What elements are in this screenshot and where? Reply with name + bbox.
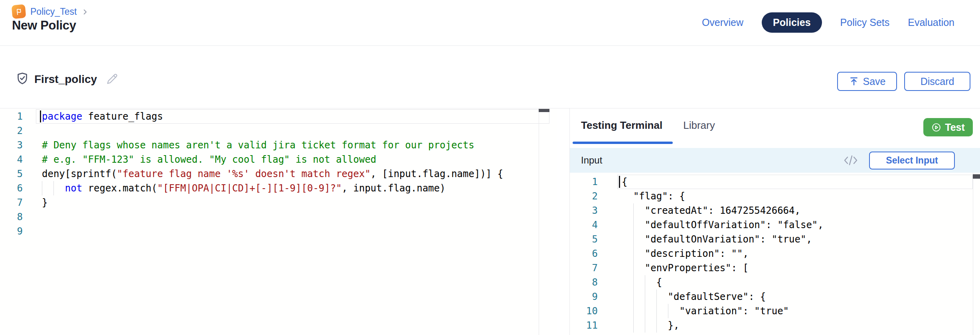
input-scrollbar-track[interactable] — [973, 173, 973, 335]
code-line: 4 "defaultOffVariation": "false", — [570, 218, 980, 232]
code-text: not regex.match("[FFM|OPA|CI|CD]+[-][1-9… — [42, 181, 445, 195]
input-header-bar: Input Select Input — [570, 148, 980, 173]
code-line: 7} — [0, 195, 557, 210]
code-text: "defaultOffVariation": "false", — [622, 218, 824, 232]
code-line: 5 "defaultOnVariation": "true", — [570, 232, 980, 246]
input-scrollbar-thumb[interactable] — [973, 174, 980, 179]
line-number: 3 — [570, 203, 598, 218]
input-json-lines: 1{2 "flag": {3 "createdAt": 164725542666… — [570, 175, 980, 333]
play-circle-icon — [931, 122, 941, 132]
save-button-label: Save — [863, 76, 886, 87]
line-number: 1 — [570, 175, 598, 189]
code-text: "createdAt": 1647255426664, — [622, 203, 800, 218]
panel-tab-library[interactable]: Library — [683, 119, 715, 132]
panel-tab-testing-terminal[interactable]: Testing Terminal — [581, 119, 662, 132]
code-text: } — [42, 195, 47, 210]
code-text: # Deny flags whose names aren't a valid … — [42, 138, 474, 152]
page-title: New Policy — [12, 18, 76, 33]
select-input-button[interactable]: Select Input — [869, 152, 955, 169]
code-line: 2 — [0, 124, 557, 138]
line-number: 6 — [570, 246, 598, 261]
feature-flags-module-icon — [12, 4, 26, 19]
code-text: deny[sprintf("feature flag name '%s' doe… — [42, 167, 503, 181]
code-line: 9 "defaultServe": { — [570, 290, 980, 304]
code-line: 11 }, — [570, 318, 980, 333]
code-line: 1package feature_flags — [0, 109, 557, 124]
code-text: "description": "", — [622, 246, 749, 261]
test-button-label: Test — [945, 122, 965, 133]
edit-pencil-icon[interactable] — [105, 72, 119, 87]
code-line: 8 — [0, 210, 557, 224]
code-text: "variation": "true" — [622, 304, 789, 318]
code-line: 10 "variation": "true" — [570, 304, 980, 318]
breadcrumb: Policy_Test — [12, 5, 89, 18]
testing-panel: Testing TerminalLibrary Test Input Selec… — [569, 108, 980, 335]
panel-tabs: Testing TerminalLibrary — [581, 119, 715, 132]
test-button[interactable]: Test — [923, 118, 973, 136]
upload-icon — [849, 76, 859, 87]
code-icon[interactable] — [843, 154, 859, 166]
line-number: 3 — [0, 138, 36, 152]
text-cursor — [619, 176, 620, 188]
code-line: 9 — [0, 224, 557, 238]
code-line: 6 not regex.match("[FFM|OPA|CI|CD]+[-][1… — [0, 181, 557, 195]
line-number: 7 — [570, 261, 598, 275]
code-text: # e.g. "FFM-123" is allowed. "My cool fl… — [42, 152, 376, 167]
policy-name: First_policy — [34, 73, 97, 86]
nav-tab-policy-sets[interactable]: Policy Sets — [840, 17, 890, 28]
code-line: 3# Deny flags whose names aren't a valid… — [0, 138, 557, 152]
input-json-editor[interactable]: 1{2 "flag": {3 "createdAt": 164725542666… — [570, 173, 980, 335]
line-number: 10 — [570, 304, 598, 318]
line-number: 9 — [570, 290, 598, 304]
nav-tab-policies[interactable]: Policies — [762, 12, 822, 33]
code-text: { — [622, 275, 662, 290]
line-number: 11 — [570, 318, 598, 333]
current-line-highlight — [617, 175, 973, 189]
line-number: 9 — [0, 224, 36, 238]
policy-editor-page: Policy_Test New Policy OverviewPoliciesP… — [0, 0, 980, 335]
code-line: 1{ — [570, 175, 980, 189]
rego-code-lines: 1package feature_flags23# Deny flags who… — [0, 109, 557, 238]
code-text: "envProperties": [ — [622, 261, 749, 275]
line-number: 1 — [0, 109, 36, 124]
breadcrumb-project-link[interactable]: Policy_Test — [30, 6, 77, 17]
text-cursor — [40, 110, 41, 122]
line-number: 4 — [0, 152, 36, 167]
code-line: 5deny[sprintf("feature flag name '%s' do… — [0, 167, 557, 181]
rego-scrollbar-thumb[interactable] — [539, 109, 549, 112]
rego-scrollbar-track[interactable] — [539, 108, 539, 335]
code-line: 7 "envProperties": [ — [570, 261, 980, 275]
input-label: Input — [581, 155, 602, 166]
shield-check-icon — [15, 71, 30, 87]
line-number: 2 — [570, 189, 598, 203]
code-text: "defaultServe": { — [622, 290, 766, 304]
code-line: 3 "createdAt": 1647255426664, — [570, 203, 980, 218]
module-nav-tabs: OverviewPoliciesPolicy SetsEvaluation — [702, 12, 954, 33]
line-number: 8 — [570, 275, 598, 290]
code-line: 8 { — [570, 275, 980, 290]
save-button[interactable]: Save — [837, 72, 897, 91]
code-text: "defaultOnVariation": "true", — [622, 232, 812, 246]
nav-tab-evaluation[interactable]: Evaluation — [908, 17, 954, 28]
line-number: 5 — [570, 232, 598, 246]
active-tab-underline — [573, 142, 673, 144]
discard-button-label: Discard — [921, 76, 954, 87]
code-text: }, — [622, 318, 680, 333]
line-number: 8 — [0, 210, 36, 224]
chevron-right-icon — [81, 8, 89, 16]
code-line: 2 "flag": { — [570, 189, 980, 203]
line-number: 7 — [0, 195, 36, 210]
header-divider — [0, 45, 980, 46]
nav-tab-overview[interactable]: Overview — [702, 17, 743, 28]
code-text: "flag": { — [622, 189, 685, 203]
code-text: { — [622, 175, 627, 189]
line-number: 4 — [570, 218, 598, 232]
rego-code-editor[interactable]: 1package feature_flags23# Deny flags who… — [0, 108, 557, 335]
line-number: 2 — [0, 124, 36, 138]
code-text: package feature_flags — [42, 109, 163, 124]
code-line: 6 "description": "", — [570, 246, 980, 261]
line-number: 6 — [0, 181, 36, 195]
code-line: 4# e.g. "FFM-123" is allowed. "My cool f… — [0, 152, 557, 167]
discard-button[interactable]: Discard — [904, 72, 970, 91]
line-number: 5 — [0, 167, 36, 181]
